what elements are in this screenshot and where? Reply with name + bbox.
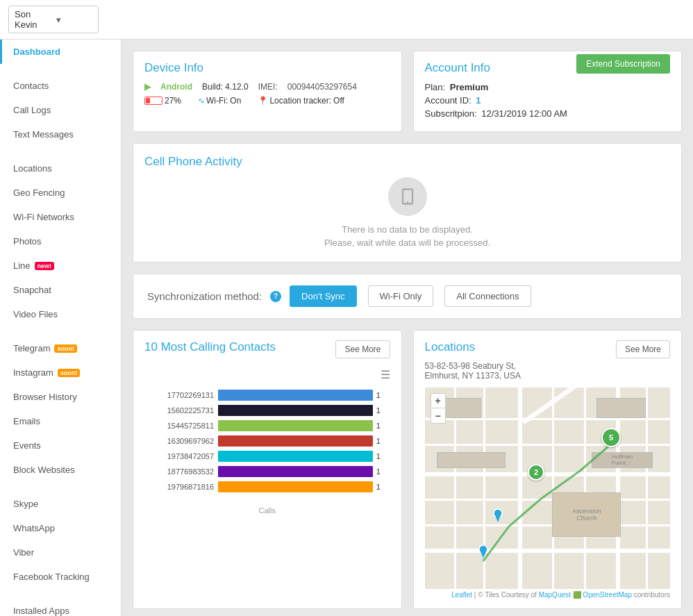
sidebar-item-locations[interactable]: Locations — [0, 156, 121, 181]
chart-bar-wrap: 1 — [218, 435, 390, 447]
sidebar-item-installed-apps[interactable]: Installed Apps — [0, 599, 121, 616]
wait-text: Please, wait while data will be processe… — [144, 238, 670, 248]
sync-card: Synchronization method: ? Don't Sync Wi-… — [133, 274, 682, 319]
chart-x-label: Calls — [144, 506, 390, 515]
svg-marker-1 — [495, 515, 501, 522]
account-id-label: Account ID: — [425, 95, 471, 106]
imei-label: IMEI: — [258, 82, 278, 92]
sidebar-item-skype[interactable]: Skype — [0, 492, 121, 516]
chart-row: 197384720571 — [144, 451, 390, 462]
chart-bar — [218, 435, 373, 447]
sidebar-item-label: Events — [13, 440, 41, 451]
sidebar-item-telegram[interactable]: Telegram soon! — [0, 336, 121, 360]
locations-title-group: Locations 53-82-53-98 Seabury St, Elmhur… — [425, 340, 521, 381]
sidebar-item-text-messages[interactable]: Text Messages — [0, 122, 121, 147]
contacts-see-more-button[interactable]: See More — [335, 340, 390, 358]
chart-menu-icon[interactable]: ☰ — [144, 368, 390, 381]
chart-bar-wrap: 1 — [218, 466, 390, 477]
sidebar-item-label: Snapchat — [13, 285, 51, 295]
sidebar-item-block-websites[interactable]: Block Websites — [0, 458, 121, 482]
sidebar-item-label: Geo Fencing — [13, 188, 65, 198]
sidebar-item-video-files[interactable]: Video Files — [0, 302, 121, 326]
sidebar-item-label: Dashboard — [13, 47, 60, 57]
map-container: AscensionChurch HuffmanFumit... — [425, 388, 671, 589]
sidebar-item-line[interactable]: Line new! — [0, 253, 121, 278]
chart-row: 156022257311 — [144, 405, 390, 416]
main-layout: Dashboard Contacts Call Logs Text Messag… — [0, 40, 693, 616]
sidebar-item-label: Text Messages — [13, 129, 74, 140]
subscription-value: 12/31/2019 12:00 AM — [481, 108, 567, 119]
wifi-only-button[interactable]: Wi-Fi Only — [368, 285, 434, 307]
cluster-label: 5 — [609, 433, 613, 442]
sidebar-item-label: Wi-Fi Networks — [13, 212, 74, 222]
all-connections-button[interactable]: All Connections — [444, 285, 531, 307]
device-info-row2: 27% ∿ Wi-Fi: On 📍 Location tracker: Off — [144, 96, 390, 106]
map-cluster-2[interactable]: 2 — [528, 464, 544, 481]
chart-bar — [218, 481, 373, 492]
sidebar-item-snapchat[interactable]: Snapchat — [0, 278, 121, 302]
chart-count: 1 — [376, 452, 381, 460]
sidebar-item-instagram[interactable]: Instagram soon! — [0, 360, 121, 385]
sync-help-icon[interactable]: ? — [270, 291, 281, 302]
chart-bar — [218, 451, 373, 462]
account-info-card: Account Info Extend Subscription Plan: P… — [413, 51, 683, 132]
chart-row: 187769835321 — [144, 466, 390, 477]
locations-see-more-button[interactable]: See More — [616, 340, 670, 358]
location-label: Location tracker: — [269, 96, 331, 106]
dont-sync-button[interactable]: Don't Sync — [290, 285, 356, 307]
sidebar-item-whatsapp[interactable]: WhatsApp — [0, 516, 121, 540]
sidebar-item-events[interactable]: Events — [0, 433, 121, 458]
sidebar-item-wifi-networks[interactable]: Wi-Fi Networks — [0, 205, 121, 229]
contacts-chart-header: 10 Most Calling Contacts See More — [144, 340, 390, 361]
sidebar-item-call-logs[interactable]: Call Logs — [0, 98, 121, 122]
chart-count: 1 — [376, 437, 381, 445]
location-address-line2: Elmhurst, NY 11373, USA — [425, 371, 521, 381]
sync-label: Synchronization method: — [147, 290, 262, 302]
sidebar: Dashboard Contacts Call Logs Text Messag… — [0, 40, 122, 616]
sidebar-item-photos[interactable]: Photos — [0, 229, 121, 253]
user-selector[interactable]: Son Kevin ▾ — [8, 6, 99, 33]
extend-subscription-button[interactable]: Extend Subscription — [576, 54, 670, 74]
chart-count: 1 — [376, 406, 381, 415]
sidebar-item-browser-history[interactable]: Browser History — [0, 385, 121, 409]
location-value: Off — [333, 96, 344, 106]
sidebar-item-dashboard[interactable]: Dashboard — [0, 40, 121, 64]
sidebar-item-label: Video Files — [13, 309, 58, 319]
chart-label: 19796871816 — [144, 483, 214, 491]
sidebar-item-label: Skype — [13, 499, 38, 509]
sidebar-item-contacts[interactable]: Contacts — [0, 74, 121, 98]
chart-count: 1 — [376, 422, 381, 430]
sidebar-item-viber[interactable]: Viber — [0, 540, 121, 565]
map-zoom-out-button[interactable]: − — [431, 408, 446, 424]
map-footer: Leaflet | © Tiles Courtesy of MapQuest 🟩… — [425, 591, 671, 599]
sidebar-item-facebook-tracking[interactable]: Facebook Tracking — [0, 565, 121, 589]
subscription-label: Subscritpion: — [425, 108, 477, 119]
leaflet-link[interactable]: Leaflet — [451, 591, 472, 599]
phone-icon — [388, 177, 427, 216]
openstreetmap-link[interactable]: OpenStreetMap — [583, 591, 632, 599]
mapquest-link[interactable]: MapQuest — [539, 591, 571, 599]
account-id-row: Account ID: 1 — [425, 95, 671, 106]
map-cluster-5[interactable]: 5 — [601, 428, 621, 447]
battery-level: 27% — [165, 96, 181, 106]
plan-row: Plan: Premium — [425, 82, 671, 92]
sidebar-item-label: Photos — [13, 236, 41, 247]
top-cards-row: Device Info ▶ Android Build: 4.12.0 IMEI… — [133, 51, 682, 132]
sidebar-item-emails[interactable]: Emails — [0, 409, 121, 433]
cell-activity-title: Cell Phone Activity — [144, 155, 242, 168]
map-zoom-in-button[interactable]: + — [431, 393, 446, 408]
chart-bar — [218, 466, 373, 477]
chart-bar-wrap: 1 — [218, 451, 390, 462]
chart-count: 1 — [376, 391, 381, 399]
cell-activity-title-wrap: Cell Phone Activity — [144, 155, 670, 169]
sidebar-item-label: Installed Apps — [13, 606, 69, 616]
locations-header: Locations 53-82-53-98 Seabury St, Elmhur… — [425, 340, 671, 381]
soon-badge: soon! — [58, 369, 81, 377]
no-data-text: There is no data to be displayed. — [144, 224, 670, 235]
chart-bar — [218, 420, 373, 431]
map-zoom-controls: + − — [431, 393, 446, 424]
cell-activity-card: Cell Phone Activity There is no data to … — [133, 143, 682, 263]
locations-card: Locations 53-82-53-98 Seabury St, Elmhur… — [413, 330, 683, 609]
sidebar-item-geo-fencing[interactable]: Geo Fencing — [0, 181, 121, 205]
chart-label: 17702269131 — [144, 391, 214, 399]
